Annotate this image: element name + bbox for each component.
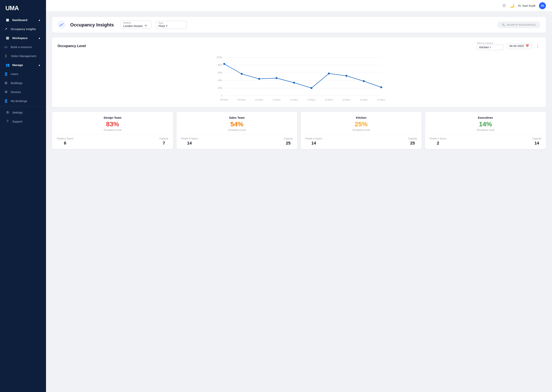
capacity-label-2: Capacity <box>408 137 417 140</box>
avatar[interactable]: SE <box>539 2 546 9</box>
chevron-up-icon: ▲ <box>38 63 41 66</box>
svg-point-20 <box>363 80 365 82</box>
svg-point-16 <box>293 82 295 84</box>
visitor-icon: 🚶 <box>4 54 8 58</box>
sidebar: UMA ▦ Dashboard ▲ ↗ Occupancy Insights ▤… <box>0 0 46 392</box>
capacity-value-2: 25 <box>410 141 415 146</box>
support-icon: ? <box>5 119 10 123</box>
sidebar-item-settings[interactable]: ⚙ Settings <box>0 108 46 117</box>
floor-label: Floor <box>159 22 184 24</box>
building-field[interactable]: Building London Hoxton 👁 <box>121 21 152 29</box>
search-icon: 🔍 <box>502 23 505 26</box>
people-label-3: People in Space <box>430 137 446 140</box>
stat-card-0: Design Team 83% Occupancy Level People i… <box>52 112 173 149</box>
calendar-icon: 📅 <box>526 44 529 48</box>
svg-point-17 <box>311 87 312 89</box>
main-content: 🗋 🌙 Hi, Sam Erpik SE Occupancy Insights … <box>46 0 552 392</box>
svg-point-13 <box>241 73 243 75</box>
stat-sub-1: Occupancy Level <box>180 129 294 131</box>
manage-icon: 👥 <box>5 63 10 67</box>
chevron-up-icon: ▲ <box>38 36 41 39</box>
svg-text:100%: 100% <box>216 56 222 59</box>
chart-header: Occupancy Level Filter by resource Kitch… <box>58 42 540 50</box>
dashboard-icon: ▦ <box>5 18 10 22</box>
svg-text:14:00pm: 14:00pm <box>325 98 333 101</box>
sidebar-item-buildings[interactable]: ⊞ Buildings <box>0 78 46 87</box>
capacity-label-0: Capacity <box>160 137 168 140</box>
stat-percent-2: 25% <box>305 120 418 128</box>
people-value-3: 2 <box>437 141 439 146</box>
workspace-icon: ▤ <box>5 36 10 40</box>
people-label-2: People in Space <box>305 137 322 140</box>
dropdown-icon: ▾ <box>490 46 491 49</box>
bookings-icon: 👤 <box>4 99 8 103</box>
content-area: Occupancy Insights Building London Hoxto… <box>46 12 552 392</box>
svg-text:80%: 80% <box>218 64 222 66</box>
svg-text:40%: 40% <box>218 79 222 82</box>
building-value: London Hoxton <box>123 24 143 28</box>
svg-text:60%: 60% <box>218 71 222 74</box>
stats-row: Design Team 83% Occupancy Level People i… <box>52 112 546 149</box>
capacity-value-3: 14 <box>534 141 539 146</box>
people-label-0: People in Space <box>57 137 73 140</box>
logo: UMA <box>0 0 46 15</box>
more-options-button[interactable]: ⋮ <box>535 43 540 49</box>
chart-card: Occupancy Level Filter by resource Kitch… <box>52 37 546 107</box>
topbar: 🗋 🌙 Hi, Sam Erpik SE <box>46 0 552 12</box>
svg-text:20%: 20% <box>218 87 222 89</box>
page-title: Occupancy Insights <box>70 22 114 28</box>
sidebar-item-occupancy-insights[interactable]: ↗ Occupancy Insights <box>0 25 46 34</box>
theme-icon[interactable]: 🌙 <box>510 3 515 8</box>
document-icon[interactable]: 🗋 <box>502 3 506 8</box>
search-resources-button[interactable]: 🔍 SEARCH RESOURCES <box>497 21 540 28</box>
people-value-2: 14 <box>311 141 316 146</box>
sidebar-item-my-bookings[interactable]: 👤 My Bookings <box>0 97 46 105</box>
devices-icon: ⚙ <box>4 90 8 94</box>
users-icon: 👤 <box>4 72 8 76</box>
date-value: 04-02-2022 <box>509 44 524 48</box>
filter-value: Kitchen <box>479 46 489 49</box>
svg-point-15 <box>276 77 277 79</box>
svg-text:0: 0 <box>221 94 222 97</box>
stat-sub-3: Occupancy Level <box>429 129 542 131</box>
people-value-1: 14 <box>187 141 192 146</box>
stat-percent-1: 54% <box>180 120 294 128</box>
sidebar-item-workspace[interactable]: ▤ Workspace ▲ <box>0 34 46 42</box>
stat-percent-3: 14% <box>429 120 542 128</box>
date-picker[interactable]: 04-02-2022 📅 <box>507 43 532 49</box>
calendar-icon: ▭ <box>4 45 8 49</box>
floor-value: Floor 7 <box>159 24 167 28</box>
settings-icon: ⚙ <box>5 111 10 114</box>
stat-card-3: Executives 14% Occupancy Level People in… <box>425 112 546 149</box>
occupancy-icon <box>58 21 65 29</box>
sidebar-item-manage[interactable]: 👥 Manage ▲ <box>0 61 46 70</box>
stat-sub-0: Occupancy Level <box>56 129 169 131</box>
svg-text:12:00pm: 12:00pm <box>290 98 298 101</box>
header-card: Occupancy Insights Building London Hoxto… <box>52 17 546 33</box>
sidebar-item-users[interactable]: 👤 Users <box>0 70 46 78</box>
sidebar-item-support[interactable]: ? Support <box>0 117 46 126</box>
svg-text:17:00pm: 17:00pm <box>377 98 385 101</box>
people-label-1: People in Space <box>181 137 198 140</box>
greeting: Hi, Sam Erpik <box>518 4 536 7</box>
sidebar-item-devices[interactable]: ⚙ Devices <box>0 87 46 97</box>
capacity-value-0: 7 <box>163 141 165 146</box>
svg-text:09:00am: 09:00am <box>238 98 246 101</box>
eye-icon[interactable]: 👁 <box>144 24 147 28</box>
sidebar-item-visitor-management[interactable]: 🚶 Visitor Management <box>0 51 46 61</box>
svg-text:08:00am: 08:00am <box>220 98 228 101</box>
stat-card-1: Sales Team 54% Occupancy Level People in… <box>176 112 298 149</box>
resource-filter[interactable]: Kitchen ▾ <box>477 45 504 50</box>
chart-icon: ↗ <box>4 27 8 31</box>
sidebar-item-book-resource[interactable]: ▭ Book a resource <box>0 42 46 51</box>
stat-name-1: Sales Team <box>180 116 294 119</box>
filter-label: Filter by resource <box>477 42 504 44</box>
people-value-0: 6 <box>64 141 66 146</box>
sidebar-item-dashboard[interactable]: ▦ Dashboard ▲ <box>0 15 46 25</box>
chart-title: Occupancy Level <box>58 44 474 48</box>
svg-text:13:00pm: 13:00pm <box>307 98 316 101</box>
buildings-icon: ⊞ <box>4 81 8 85</box>
svg-point-14 <box>258 78 260 80</box>
svg-text:10:00am: 10:00am <box>255 98 263 101</box>
floor-field[interactable]: Floor Floor 7 <box>156 21 187 29</box>
